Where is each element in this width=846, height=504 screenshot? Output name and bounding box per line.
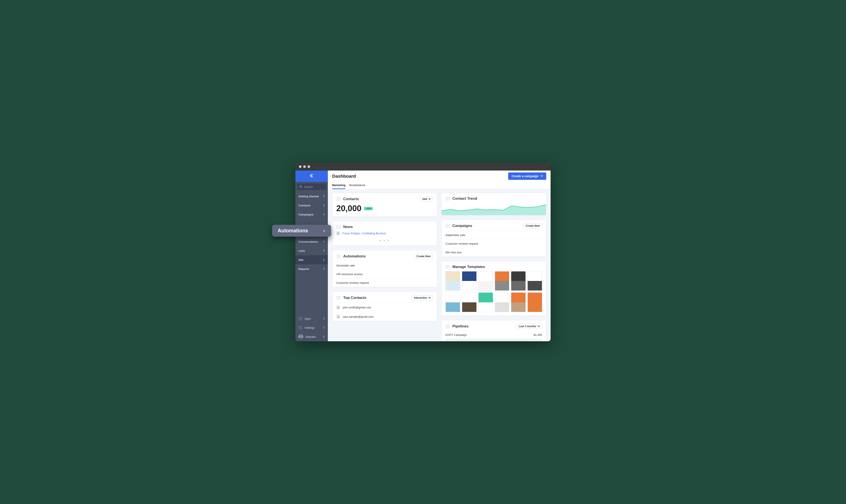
window-titlebar [295, 163, 551, 170]
window-dot[interactable] [303, 165, 306, 168]
search-icon [299, 185, 302, 188]
template-thumbnail[interactable] [511, 292, 526, 312]
sidebar-item-apps[interactable]: Apps [295, 314, 328, 323]
sidebar-item-user[interactable]: Nathalie [295, 332, 328, 341]
sidebar-item-campaigns[interactable]: Campaigns [295, 210, 328, 219]
logo-icon [309, 173, 314, 179]
callout-label: Automations [278, 228, 308, 234]
list-item[interactable]: September sale [442, 231, 546, 239]
card-title: Contact Trend [453, 196, 477, 201]
tabs: Marketing Ecommerce [328, 182, 551, 189]
templates-card: Manage Templates [441, 261, 546, 316]
logo[interactable] [295, 170, 328, 182]
template-thumbnail[interactable] [527, 271, 542, 291]
card-title: News [343, 225, 353, 229]
sidebar-item-conversations[interactable]: Conversations [295, 237, 328, 246]
list-item[interactable]: Storewide sale [332, 261, 437, 270]
svg-point-5 [338, 316, 339, 317]
contacts-card: Contacts Add 20,000 +20% [332, 193, 437, 217]
add-contact-button[interactable]: Add [420, 196, 433, 202]
card-title: Pipelines [453, 324, 469, 328]
list-item[interactable]: sam.sample@gmail.com [332, 312, 437, 321]
chevron-right-icon [323, 240, 325, 244]
person-icon [336, 231, 340, 235]
contacts-count: 20,000 [336, 204, 362, 213]
pager-dots[interactable]: ● ● ● [336, 239, 433, 242]
template-thumbnail[interactable] [478, 271, 493, 291]
chevron-right-icon [323, 317, 325, 320]
pipelines-card: Pipelines Last 3 months EOFY Campaign $1… [441, 320, 546, 341]
news-card: News Focus Fridays: Combating Burnout ● … [332, 221, 437, 246]
sidebar-item-contacts[interactable]: Contacts [295, 201, 328, 210]
chevron-right-icon [323, 228, 325, 233]
list-item[interactable]: Customer reviews request [332, 278, 437, 287]
sidebar-item-site[interactable]: Site [295, 255, 328, 264]
window-dot[interactable] [307, 165, 310, 168]
chevron-down-icon [537, 325, 540, 328]
main-content: Dashboard Create a campaign Marketing Ec… [328, 170, 551, 341]
list-item[interactable]: We miss you [442, 248, 546, 256]
template-thumbnail[interactable] [445, 271, 460, 291]
create-campaign-button[interactable]: Create a campaign [508, 173, 546, 180]
template-thumbnail[interactable] [445, 292, 460, 312]
pipeline-value: $1,450 [533, 333, 542, 337]
chevron-right-icon [323, 213, 325, 216]
settings-icon [298, 326, 302, 329]
template-thumbnail[interactable] [462, 292, 477, 312]
header-bar: Dashboard Create a campaign [328, 170, 551, 182]
top-contacts-filter[interactable]: Interaction [411, 295, 433, 301]
template-thumbnail[interactable] [527, 292, 542, 312]
template-thumbnail[interactable] [511, 271, 526, 291]
card-icon [336, 296, 340, 300]
svg-point-4 [338, 306, 339, 308]
pipelines-filter[interactable]: Last 3 months [516, 324, 542, 329]
chevron-right-icon [323, 258, 325, 262]
list-item[interactable]: Customer reviews request [442, 239, 546, 248]
news-link[interactable]: Focus Fridays: Combating Burnout [342, 232, 386, 235]
template-thumbnail[interactable] [478, 292, 493, 312]
automations-callout[interactable]: Automations [272, 225, 331, 237]
search-input[interactable]: Search [297, 183, 326, 190]
pipeline-name: EOFY Campaign [445, 333, 467, 337]
tab-marketing[interactable]: Marketing [332, 182, 345, 189]
svg-line-1 [301, 187, 302, 188]
automations-card: Automations Create New Storewide sale VI… [332, 250, 437, 287]
chevron-right-icon [323, 195, 325, 198]
window-dot[interactable] [299, 165, 301, 168]
card-icon [445, 265, 450, 269]
user-avatar-icon [298, 334, 303, 339]
create-campaign-card-button[interactable]: Create New [523, 223, 542, 229]
svg-point-2 [300, 335, 302, 337]
chevron-right-icon [323, 335, 325, 339]
create-automation-button[interactable]: Create New [414, 254, 433, 259]
card-title: Top Contacts [343, 296, 366, 300]
search-placeholder: Search [304, 185, 313, 188]
chevron-down-icon [428, 198, 430, 201]
card-title: Automations [343, 254, 366, 258]
card-icon [445, 196, 450, 201]
svg-point-0 [300, 185, 301, 187]
sidebar-item-lists[interactable]: Lists [295, 246, 328, 255]
list-item[interactable]: VIP exclusive access [332, 270, 437, 278]
template-thumbnail[interactable] [495, 271, 510, 291]
card-title: Manage Templates [453, 265, 485, 269]
sidebar: Search Getting Started Contacts Campaign… [295, 170, 328, 341]
chevron-right-icon [323, 267, 325, 271]
svg-point-3 [338, 232, 339, 233]
sidebar-item-settings[interactable]: Settings [295, 323, 328, 332]
chevron-right-icon [323, 249, 325, 252]
person-icon [336, 315, 340, 319]
card-title: Contacts [343, 197, 359, 201]
chevron-right-icon [323, 204, 325, 207]
tab-ecommerce[interactable]: Ecommerce [349, 182, 365, 189]
sidebar-item-reports[interactable]: Reports [295, 264, 328, 273]
template-thumbnail[interactable] [495, 292, 510, 312]
contact-trend-card: Contact Trend [441, 193, 546, 215]
sidebar-item-getting-started[interactable]: Getting Started [295, 192, 328, 201]
progress-bar [445, 339, 542, 341]
top-contacts-card: Top Contacts Interaction john.smith@gmai… [332, 291, 437, 321]
card-icon [336, 254, 340, 258]
template-thumbnail[interactable] [462, 271, 477, 291]
list-item[interactable]: john.smith@gmail.com [332, 303, 437, 312]
card-title: Campaigns [453, 224, 472, 228]
